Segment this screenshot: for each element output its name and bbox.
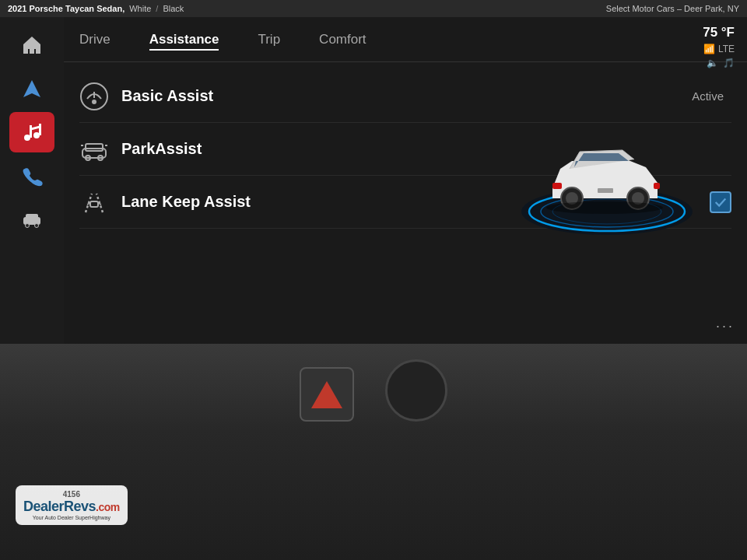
tab-drive[interactable]: Drive (79, 29, 110, 51)
top-bar-color2: Black (163, 4, 184, 13)
svg-marker-1 (23, 80, 40, 97)
top-bar-sep: / (156, 4, 158, 13)
svg-point-29 (546, 201, 663, 214)
watermark-numbers: 4156 (63, 490, 80, 499)
physical-area: 4156 DealerRevs.com Your Auto Dealer Sup… (0, 344, 747, 560)
svg-point-9 (35, 224, 39, 228)
svg-rect-14 (86, 144, 103, 151)
sidebar-item-media[interactable] (9, 112, 54, 152)
tab-comfort[interactable]: Comfort (319, 29, 366, 51)
watermark: 4156 DealerRevs.com Your Auto Dealer Sup… (16, 485, 128, 525)
lane-keep-icon (79, 187, 109, 217)
sound-icon: 🔈 (707, 58, 718, 68)
top-right-info: 75 °F 📶 LTE 🔈 🎵 (703, 25, 735, 68)
tab-trip[interactable]: Trip (258, 29, 280, 51)
svg-rect-7 (26, 214, 38, 219)
screen-content: 75 °F 📶 LTE 🔈 🎵 Drive Assistance Trip Co… (64, 17, 747, 344)
lane-keep-checkbox[interactable] (710, 191, 731, 213)
watermark-box: 4156 DealerRevs.com Your Auto Dealer Sup… (16, 485, 128, 525)
lte-badge: 📶 LTE (703, 44, 735, 54)
park-assist-icon (79, 135, 109, 164)
sidebar (0, 17, 64, 344)
svg-rect-4 (30, 125, 32, 138)
svg-rect-24 (598, 188, 613, 193)
sidebar-item-car[interactable] (9, 199, 54, 240)
lte-label: LTE (718, 44, 735, 54)
svg-point-2 (24, 135, 30, 141)
watermark-tagline: Your Auto Dealer SuperHighway (33, 515, 110, 520)
tab-bar: Drive Assistance Trip Comfort (64, 17, 747, 62)
svg-point-3 (33, 132, 40, 138)
watermark-domain: .com (96, 501, 120, 513)
svg-rect-12 (93, 92, 95, 98)
signal-icon: 📶 (703, 44, 715, 54)
top-bar-color1: White (129, 4, 151, 13)
svg-rect-17 (90, 201, 98, 207)
watermark-logo: DealerRevs.com (23, 499, 120, 515)
main-content: 75 °F 📶 LTE 🔈 🎵 Drive Assistance Trip Co… (0, 17, 747, 560)
dashboard-surface (0, 344, 747, 560)
basic-assist-icon (79, 82, 109, 111)
svg-point-8 (26, 224, 30, 228)
screen-area: 75 °F 📶 LTE 🔈 🎵 Drive Assistance Trip Co… (0, 17, 747, 344)
tab-assistance[interactable]: Assistance (149, 29, 219, 51)
top-bar-dealer: Select Motor Cars – Deer Park, NY (606, 4, 739, 13)
sidebar-item-nav[interactable] (9, 68, 54, 109)
temperature-display: 75 °F (703, 25, 735, 40)
sidebar-item-phone[interactable] (9, 156, 54, 196)
top-bar-title: 2021 Porsche Taycan Sedan, (8, 4, 124, 13)
svg-rect-23 (654, 183, 660, 189)
sound-icons: 🔈 🎵 (707, 58, 735, 68)
audio-icon: 🎵 (723, 58, 735, 68)
hazard-button[interactable] (300, 367, 354, 422)
top-bar: 2021 Porsche Taycan Sedan, White / Black… (0, 0, 747, 17)
hazard-icon (311, 381, 342, 408)
sidebar-item-home[interactable] (9, 25, 54, 65)
svg-rect-0 (30, 49, 34, 54)
svg-rect-22 (552, 183, 562, 189)
watermark-logo1: Dealer (23, 499, 64, 514)
watermark-logo2: Revs (64, 499, 96, 514)
svg-point-11 (92, 100, 96, 104)
car-visualization (482, 60, 700, 262)
more-options-button[interactable]: ··· (716, 318, 735, 334)
control-knob[interactable] (385, 359, 447, 422)
